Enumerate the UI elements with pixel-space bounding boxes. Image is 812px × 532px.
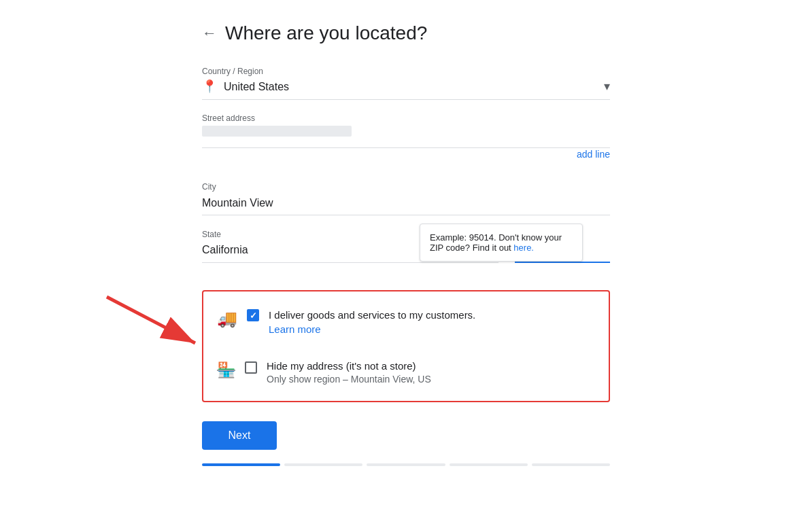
deliver-checkbox[interactable]: ✓ [247, 309, 259, 321]
form-container: Country / Region 📍 United States ▾ Stree… [202, 67, 610, 466]
street-input-filled-value [202, 126, 352, 137]
checkbox-section: 🚚 ✓ I deliver goods and services to my c… [202, 290, 610, 402]
street-field-group: Street address add line [202, 113, 610, 169]
location-pin-icon: 📍 [202, 79, 217, 94]
street-label: Street address [202, 113, 610, 123]
learn-more-link[interactable]: Learn more [269, 323, 595, 335]
state-zip-row: State California ▾ ZIP code Example: 950… [202, 229, 610, 263]
hide-address-checkbox[interactable] [245, 361, 257, 374]
add-line-button[interactable]: add line [577, 149, 610, 160]
no-store-icon: 🏪 [217, 361, 235, 379]
add-line-container: add line [202, 148, 610, 160]
city-input[interactable] [202, 194, 610, 215]
country-label: Country / Region [202, 67, 610, 76]
country-row: 📍 United States ▾ [202, 79, 610, 100]
hide-address-checkbox-row: 🏪 Hide my address (it's not a store) Onl… [217, 349, 595, 390]
deliver-checkbox-wrapper[interactable]: ✓ [247, 309, 259, 321]
zip-tooltip: Example: 95014. Don't know your ZIP code… [420, 224, 583, 262]
deliver-main-text: I deliver goods and services to my custo… [269, 309, 475, 321]
city-field-group: City [202, 182, 610, 215]
progress-segment-1 [202, 463, 280, 466]
page-container: ← Where are you located? Country / Regio… [0, 0, 812, 532]
delivery-truck-icon: 🚚 [217, 309, 237, 328]
checkmark-icon: ✓ [250, 311, 257, 321]
header: ← Where are you located? [202, 22, 610, 45]
back-arrow-icon: ← [202, 24, 217, 42]
progress-segment-3 [367, 463, 445, 466]
svg-line-1 [107, 297, 195, 343]
hide-address-text-block: Hide my address (it's not a store) Only … [267, 360, 595, 385]
progress-bar [202, 463, 610, 466]
bottom-buttons-row: Next [202, 402, 610, 450]
hide-address-checkbox-wrapper[interactable] [245, 361, 257, 374]
zip-tooltip-text: Example: 95014. Don't know your ZIP code… [430, 232, 562, 253]
state-zip-field-group: State California ▾ ZIP code Example: 950… [202, 229, 610, 263]
country-select[interactable]: United States [224, 81, 597, 92]
city-label: City [202, 182, 610, 192]
checkbox-section-wrapper: 🚚 ✓ I deliver goods and services to my c… [202, 277, 610, 402]
deliver-checkbox-text: I deliver goods and services to my custo… [269, 308, 595, 335]
progress-segment-4 [450, 463, 528, 466]
page-title: Where are you located? [225, 22, 427, 44]
chevron-down-icon: ▾ [604, 79, 610, 94]
red-arrow-icon [100, 290, 209, 351]
zip-tooltip-link[interactable]: here. [513, 243, 534, 253]
country-field-group: Country / Region 📍 United States ▾ [202, 67, 610, 100]
progress-segment-5 [532, 463, 610, 466]
region-text: Only show region – Mountain View, US [267, 374, 595, 385]
progress-segment-2 [284, 463, 362, 466]
back-button[interactable]: ← [202, 22, 225, 45]
deliver-checkbox-row: 🚚 ✓ I deliver goods and services to my c… [217, 302, 595, 340]
hide-address-main-text: Hide my address (it's not a store) [267, 360, 416, 372]
next-button[interactable]: Next [202, 421, 277, 450]
